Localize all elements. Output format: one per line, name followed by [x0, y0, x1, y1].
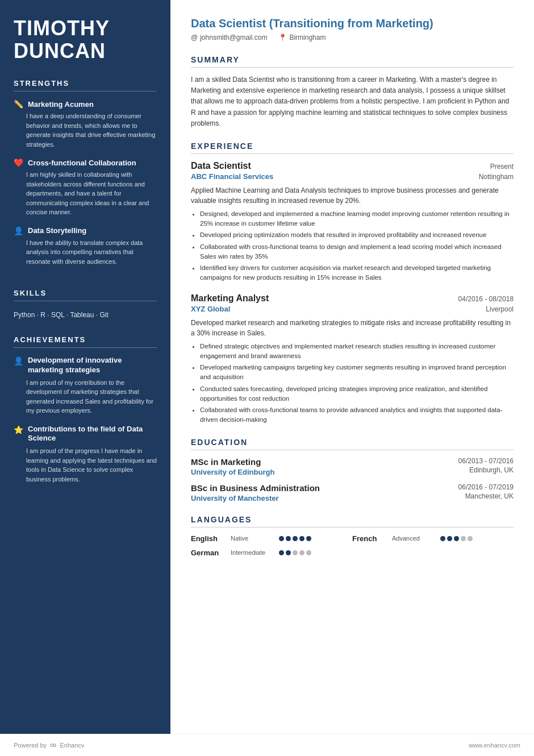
- contact-line: @ johnsmith@gmail.com 📍 Birmingham: [191, 34, 514, 41]
- job-title: Data Scientist (Transitioning from Marke…: [191, 17, 514, 30]
- dot: [293, 536, 298, 541]
- exp-company-row-2: XYZ Global Liverpool: [191, 305, 514, 313]
- achievement-item-data-science: ⭐ Contributions to the field of Data Sci…: [14, 425, 157, 484]
- heart-icon: ❤️: [14, 158, 23, 167]
- name-block: TIMOTHY DUNCAN: [14, 17, 157, 62]
- edu-date-msc: 06/2013 - 07/2016: [458, 457, 514, 465]
- dot: [286, 536, 291, 541]
- edu-date-bsc: 06/2016 - 07/2019: [458, 483, 514, 491]
- strength-header-collaboration: ❤️ Cross-functional Collaboration: [14, 158, 157, 167]
- bullet-item: Conducted sales forecasting, developed p…: [200, 384, 514, 404]
- edu-entry-msc: MSc in Marketing University of Edinburgh…: [191, 457, 514, 476]
- location-value: Birmingham: [289, 34, 326, 41]
- strength-item-marketing: ✏️ Marketing Acumen I have a deep unders…: [14, 99, 157, 149]
- strengths-title: STRENGTHS: [14, 79, 157, 92]
- strength-desc-storytelling: I have the ability to translate complex …: [14, 238, 157, 267]
- dot: [306, 536, 311, 541]
- lang-dots-french: [440, 536, 473, 541]
- lang-level-german: Intermediate: [231, 549, 273, 556]
- exp-header-row-2: Marketing Analyst 04/2016 - 08/2018: [191, 293, 514, 304]
- achievement-item-strategies: 👤 Development of innovative marketing st…: [14, 356, 157, 416]
- bullet-item: Defined strategic objectives and impleme…: [200, 342, 514, 362]
- sidebar: TIMOTHY DUNCAN STRENGTHS ✏️ Marketing Ac…: [0, 0, 170, 734]
- lang-row-english: English Native: [191, 534, 352, 543]
- exp-summary-2: Developed market research and marketing …: [191, 318, 514, 338]
- footer-left: Powered by ∞ Enhancv: [14, 740, 84, 750]
- location-contact: 📍 Birmingham: [278, 34, 326, 41]
- education-section: EDUCATION MSc in Marketing University of…: [191, 438, 514, 502]
- person-icon: 👤: [14, 226, 23, 235]
- brand-name: Enhancv: [60, 742, 85, 749]
- dot: [468, 536, 473, 541]
- education-title: EDUCATION: [191, 438, 514, 450]
- lang-name-french: French: [352, 534, 386, 543]
- strengths-section: STRENGTHS ✏️ Marketing Acumen I have a d…: [14, 79, 157, 275]
- exp-location-2: Liverpool: [486, 305, 514, 313]
- exp-entry-data-scientist: Data Scientist Present ABC Financial Ser…: [191, 161, 514, 283]
- edu-school-bsc: University of Manchester: [191, 494, 320, 502]
- lang-name-english: English: [191, 534, 225, 543]
- edu-loc-bsc: Manchester, UK: [458, 492, 514, 500]
- strength-header-marketing: ✏️ Marketing Acumen: [14, 99, 157, 109]
- skills-section: SKILLS Python · R · SQL · Tableau · Git: [14, 289, 157, 322]
- achievement-header-data-science: ⭐ Contributions to the field of Data Sci…: [14, 425, 157, 444]
- exp-header-row-1: Data Scientist Present: [191, 161, 514, 171]
- edu-loc-msc: Edinburgh, UK: [458, 466, 514, 474]
- lang-name-german: German: [191, 549, 225, 557]
- exp-bullets-2: Defined strategic objectives and impleme…: [191, 342, 514, 425]
- footer-website: www.enhancv.com: [469, 742, 520, 749]
- strength-desc-collaboration: I am highly skilled in collaborating wit…: [14, 170, 157, 217]
- summary-text: I am a skilled Data Scientist who is tra…: [191, 74, 514, 129]
- strength-item-storytelling: 👤 Data Storytelling I have the ability t…: [14, 226, 157, 267]
- achievements-section: ACHIEVEMENTS 👤 Development of innovative…: [14, 335, 157, 493]
- summary-section: SUMMARY I am a skilled Data Scientist wh…: [191, 55, 514, 129]
- dot: [447, 536, 452, 541]
- exp-company-2: XYZ Global: [191, 305, 230, 313]
- bullet-item: Designed, developed and implemented a ma…: [200, 209, 514, 229]
- exp-entry-marketing-analyst: Marketing Analyst 04/2016 - 08/2018 XYZ …: [191, 293, 514, 425]
- exp-summary-1: Applied Machine Learning and Data Analys…: [191, 185, 514, 206]
- strength-title-marketing: Marketing Acumen: [28, 100, 94, 109]
- candidate-name: TIMOTHY DUNCAN: [14, 17, 157, 62]
- dot: [286, 550, 291, 555]
- lang-dots-english: [279, 536, 311, 541]
- experience-section: EXPERIENCE Data Scientist Present ABC Fi…: [191, 142, 514, 425]
- trophy-icon: 👤: [14, 356, 23, 365]
- edu-entry-bsc: BSc in Business Administration Universit…: [191, 483, 514, 502]
- email-icon: @: [191, 34, 198, 41]
- dot: [306, 550, 311, 555]
- edu-left-bsc: BSc in Business Administration Universit…: [191, 483, 320, 502]
- exp-job-title-1: Data Scientist: [191, 161, 251, 171]
- dot: [461, 536, 466, 541]
- summary-title: SUMMARY: [191, 55, 514, 68]
- exp-bullets-1: Designed, developed and implemented a ma…: [191, 209, 514, 283]
- job-title-bar: Data Scientist (Transitioning from Marke…: [191, 17, 514, 30]
- edu-right-bsc: 06/2016 - 07/2019 Manchester, UK: [458, 483, 514, 502]
- achievement-title-data-science: Contributions to the field of Data Scien…: [28, 425, 157, 444]
- bullet-item: Collaborated with cross-functional teams…: [200, 405, 514, 425]
- achievement-title-strategies: Development of innovative marketing stra…: [28, 356, 157, 375]
- skills-list: Python · R · SQL · Tableau · Git: [14, 309, 157, 322]
- dot: [293, 550, 298, 555]
- edu-right-msc: 06/2013 - 07/2016 Edinburgh, UK: [458, 457, 514, 476]
- lang-level-french: Advanced: [392, 535, 435, 542]
- dot: [299, 536, 304, 541]
- edu-left-msc: MSc in Marketing University of Edinburgh: [191, 457, 274, 476]
- skills-title: SKILLS: [14, 289, 157, 301]
- achievement-desc-strategies: I am proud of my contribution to the dev…: [14, 378, 157, 416]
- dot: [299, 550, 304, 555]
- star-icon: ⭐: [14, 425, 23, 434]
- achievement-header-strategies: 👤 Development of innovative marketing st…: [14, 356, 157, 375]
- achievements-title: ACHIEVEMENTS: [14, 335, 157, 348]
- achievement-desc-data-science: I am proud of the progress I have made i…: [14, 446, 157, 484]
- exp-date-1: Present: [490, 163, 514, 171]
- dot: [454, 536, 459, 541]
- exp-company-1: ABC Financial Services: [191, 172, 273, 181]
- location-icon: 📍: [278, 34, 287, 41]
- strength-title-storytelling: Data Storytelling: [28, 226, 86, 235]
- languages-grid: English Native French Advanced: [191, 534, 514, 557]
- main-content: Data Scientist (Transitioning from Marke…: [170, 0, 534, 734]
- edu-school-msc: University of Edinburgh: [191, 468, 274, 476]
- edu-degree-msc: MSc in Marketing: [191, 457, 274, 467]
- exp-company-row-1: ABC Financial Services Nottingham: [191, 172, 514, 181]
